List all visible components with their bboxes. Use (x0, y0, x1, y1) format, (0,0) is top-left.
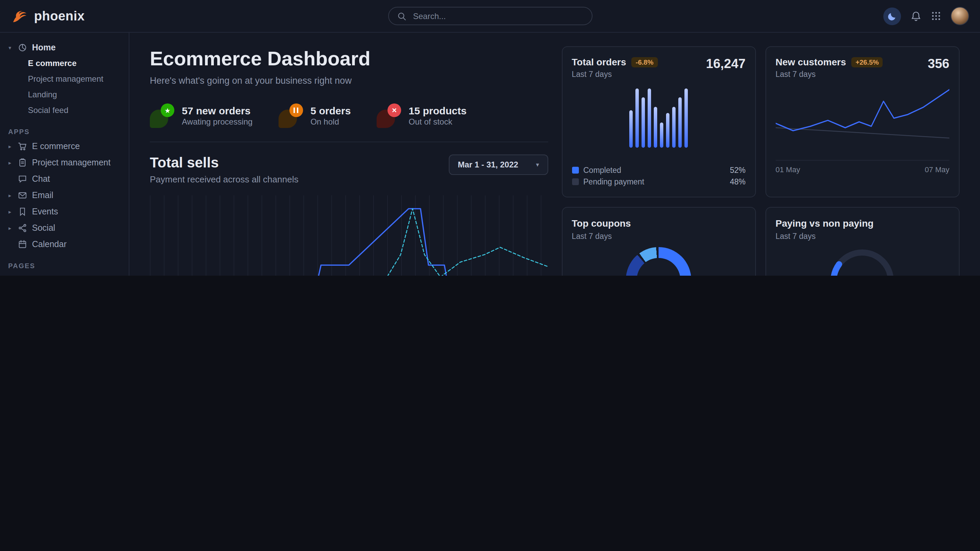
legend-value: 48% (730, 177, 745, 186)
date-range-dropdown[interactable]: Mar 1 - 31, 2022 ▾ (449, 154, 548, 175)
top-navbar: phoenix (0, 0, 980, 33)
card-period: Last 7 days (572, 70, 657, 78)
sidebar-section-pages: PAGES (8, 262, 121, 270)
stat-out-of-stock: × 15 products Out of stock (377, 103, 466, 128)
quick-stats: ★ 57 new orders Awating processing (150, 103, 548, 142)
trend-badge: -6.8% (632, 57, 657, 67)
sidebar-item-events[interactable]: ▸Events (0, 203, 129, 220)
stat-caption: Awating processing (182, 118, 253, 127)
main-content: Ecommerce Dashboard Here's what's going … (129, 33, 980, 276)
sidebar-item-social[interactable]: ▸Social (0, 220, 129, 236)
total-sells-section: Total sells Payment received across all … (150, 154, 548, 276)
bar (684, 88, 688, 148)
chevron-right-icon: ▸ (7, 192, 13, 198)
sidebar-item-ecommerce[interactable]: E commerce (0, 56, 129, 71)
navbar-actions (883, 7, 969, 25)
card-title: Top coupons (572, 218, 631, 229)
stat-new-orders: ★ 57 new orders Awating processing (150, 103, 253, 128)
sidebar-item-label: Calendar (32, 240, 67, 249)
sidebar-item-email[interactable]: ▸Email (0, 187, 129, 203)
new-customers-card: New customers +26.5% Last 7 days 356 01 (765, 46, 960, 197)
orders-legend: Completed52% Pending payment48% (572, 164, 746, 187)
stat-caption: Out of stock (409, 118, 466, 127)
chevron-right-icon: ▸ (7, 143, 13, 149)
sidebar-item-ecommerce-app[interactable]: ▸E commerce (0, 138, 129, 154)
stat-caption: On hold (310, 118, 351, 127)
bar (641, 98, 645, 148)
page-title: Ecommerce Dashboard (150, 48, 548, 70)
sidebar-item-chat[interactable]: Chat (0, 171, 129, 187)
bookmark-icon (18, 207, 27, 216)
notifications-button[interactable] (910, 11, 921, 21)
x-tick: 01 May (776, 165, 800, 173)
sidebar-item-home[interactable]: ▾ Home (0, 40, 129, 56)
sidebar-item-project-management[interactable]: Project management (0, 71, 129, 87)
legend-swatch (572, 167, 579, 173)
hero-section: Ecommerce Dashboard Here's what's going … (150, 46, 548, 276)
chevron-right-icon: ▸ (7, 225, 13, 231)
total-sells-subtitle: Payment received across all channels (150, 174, 298, 184)
sidebar-item-landing[interactable]: Landing (0, 87, 129, 103)
card-title: New customers (776, 57, 846, 67)
bar (629, 110, 633, 148)
search-icon (397, 11, 406, 21)
nine-dots-grid-icon (931, 11, 941, 21)
chevron-right-icon: ▸ (7, 209, 13, 215)
sidebar-section-apps: APPS (8, 128, 121, 135)
page-subtitle: Here's what's going on at your business … (150, 76, 548, 86)
bar (648, 88, 651, 148)
envelope-icon (18, 191, 27, 200)
card-title: Paying vs non paying (776, 218, 874, 229)
bar (666, 113, 670, 148)
legend-label: Completed (583, 166, 621, 174)
trend-badge: +26.5% (851, 57, 883, 67)
sidebar: ▾ Home E commerce Project management Lan… (0, 33, 129, 276)
new-customers-value: 356 (928, 57, 949, 71)
x-badge-icon: × (377, 103, 401, 128)
brand[interactable]: phoenix (11, 7, 85, 25)
card-period: Last 7 days (776, 232, 950, 240)
sidebar-item-label: Social (32, 223, 55, 233)
sidebar-item-label: Project management (32, 158, 111, 167)
top-coupons-card: Top coupons Last 7 days 72% Percentage d… (562, 207, 756, 276)
card-period: Last 7 days (572, 232, 746, 240)
star-badge-icon: ★ (150, 103, 174, 128)
paying-card: Paying vs non paying Last 7 days Paying … (765, 207, 960, 276)
user-avatar[interactable] (951, 7, 969, 25)
sidebar-item-social-feed[interactable]: Social feed (0, 103, 129, 118)
total-orders-value: 16,247 (706, 57, 745, 71)
stat-value: 15 products (409, 105, 466, 118)
new-customers-line-chart (776, 85, 950, 159)
pie-chart-icon (18, 43, 27, 52)
pause-badge-icon (278, 103, 303, 128)
coupons-donut-chart: 72% (626, 247, 691, 276)
sidebar-item-starter[interactable]: Starter (0, 272, 129, 276)
legend-value: 52% (730, 166, 745, 174)
theme-toggle-button[interactable] (883, 7, 901, 25)
card-title: Total orders (572, 57, 626, 67)
x-axis-labels: 01 May 07 May (776, 160, 950, 173)
sidebar-item-label: Events (32, 207, 58, 216)
search-input[interactable] (412, 11, 583, 21)
total-orders-card: Total orders -6.8% Last 7 days 16,247 Co… (562, 46, 756, 197)
app-root: phoenix ▾ Home E commer (0, 0, 980, 276)
bell-icon (910, 11, 921, 21)
total-sells-title: Total sells (150, 154, 298, 171)
sidebar-item-calendar[interactable]: Calendar (0, 236, 129, 252)
bar (672, 107, 676, 148)
bar (678, 98, 682, 148)
stat-value: 5 orders (310, 105, 351, 118)
stat-value: 57 new orders (182, 105, 253, 118)
global-search[interactable] (388, 7, 592, 25)
bar (635, 88, 639, 148)
stat-on-hold: 5 orders On hold (278, 103, 351, 128)
share-nodes-icon (18, 223, 27, 233)
apps-grid-button[interactable] (931, 11, 941, 21)
chat-bubble-icon (18, 174, 27, 184)
chevron-down-icon: ▾ (7, 44, 13, 51)
sidebar-item-label: E commerce (32, 141, 80, 151)
sidebar-item-project-management-app[interactable]: ▸Project management (0, 154, 129, 171)
paying-gauge-chart (776, 241, 950, 276)
sidebar-item-label: Chat (32, 174, 50, 184)
total-sells-chart (150, 195, 548, 276)
